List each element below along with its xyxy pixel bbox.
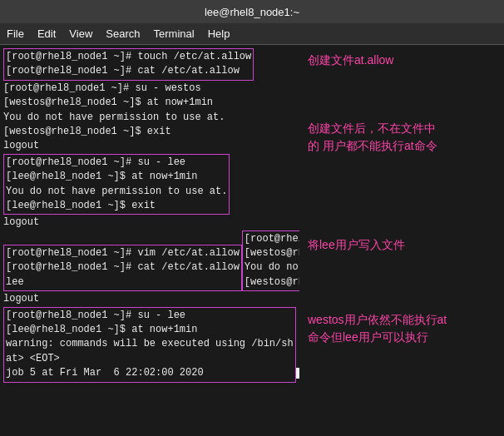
menu-help[interactable]: Help [208, 27, 230, 40]
terminal-line: lee [6, 275, 240, 290]
terminal-line: warning: commands will be executed using… [6, 337, 294, 351]
terminal-line: [root@rhel8_node1 ~]# vim /etc/at.allow [6, 246, 240, 260]
menu-edit[interactable]: Edit [37, 27, 56, 40]
terminal-line: [westos@rhel8_node1 ~]$ exit [245, 275, 299, 290]
terminal-line: [westos@rhel8_node1 ~]$ exit [3, 125, 296, 139]
annotation-0: 创建文件at.allow [308, 52, 393, 69]
terminal-line: logout [3, 216, 296, 230]
terminal-line: You do not have permission to use at. [3, 111, 296, 125]
terminal-line: [root@rhel8_node1 ~]# su - lee [6, 309, 294, 323]
terminal-line: [root@rhel8_node1 ~]# cat /etc/at.allow [6, 64, 251, 78]
terminal-line: [root@rhel8_node1 ~]# su - westos [245, 232, 299, 246]
terminal-line: [lee@rhel8_node1 ~]$ at now+1min [6, 323, 294, 337]
annotation-1: 创建文件后，不在文件中 的 用户都不能执行at命令 [308, 120, 437, 155]
terminal-line: [lee@rhel8_node1 ~]$ at now+1min [6, 170, 227, 184]
terminal-line: job 5 at Fri Mar 6 22:02:00 2020 [6, 366, 294, 380]
terminal-line: logout [3, 292, 296, 306]
annotations-panel: 创建文件at.allow创建文件后，不在文件中 的 用户都不能执行at命令将le… [299, 45, 504, 436]
terminal-line: at> <EOT> [6, 352, 294, 366]
menu-file[interactable]: File [7, 27, 24, 40]
terminal-line: [root@rhel8_node1 ~]# cat /etc/at.allow [6, 260, 240, 275]
terminal-body: [root@rhel8_node1 ~]# touch /etc/at.allo… [0, 45, 504, 436]
terminal-line: [lee@rhel8_node1 ~]$ exit [6, 199, 227, 213]
terminal-line: [root@rhel8_node1 ~]# su - westos [3, 82, 296, 96]
title-text: lee@rhel8_node1:~ [205, 6, 299, 18]
terminal-line: You do not have permission to use at. [245, 260, 299, 275]
terminal-line: logout [3, 139, 296, 153]
terminal-output[interactable]: [root@rhel8_node1 ~]# touch /etc/at.allo… [0, 45, 299, 436]
menu-bar: File Edit View Search Terminal Help [0, 23, 504, 45]
terminal-line: [westos@rhel8_node1 ~]$ at now+1min [245, 246, 299, 260]
title-bar: lee@rhel8_node1:~ [0, 0, 504, 23]
terminal-line: [root@rhel8_node1 ~]# su - lee [6, 156, 227, 170]
annotation-3: westos用户依然不能执行at 命令但lee用户可以执行 [308, 311, 447, 346]
terminal-line: You do not have permission to use at. [6, 185, 227, 199]
menu-terminal[interactable]: Terminal [154, 27, 195, 40]
menu-search[interactable]: Search [106, 27, 140, 40]
annotation-2: 将lee用户写入文件 [308, 236, 405, 254]
terminal-line: [root@rhel8_node1 ~]# touch /etc/at.allo… [6, 50, 251, 64]
menu-view[interactable]: View [69, 27, 92, 40]
terminal-line: [westos@rhel8_node1 ~]$ at now+1min [3, 96, 296, 110]
